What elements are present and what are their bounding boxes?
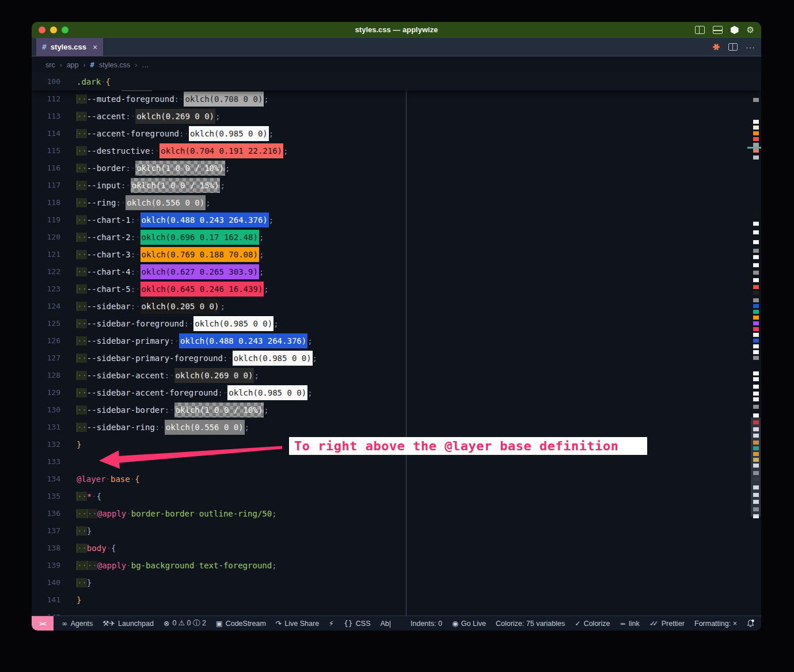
line-number: 137	[32, 522, 60, 540]
colorize-icon: ✓	[575, 619, 580, 628]
lightning-icon: ⚡	[329, 619, 334, 628]
color-swatch: oklch(0.556 0 0)	[126, 195, 206, 210]
tab-styles-css[interactable]: # styles.css ×	[36, 38, 103, 56]
code-text: ··--chart-4:·oklch(0.627 0.265 303.9);	[77, 263, 264, 280]
code-line: 120··--chart-2:·oklch(0.696 0.17 162.48)…	[32, 229, 761, 246]
code-text: ··--chart-5:·oklch(0.645 0.246 16.439);	[77, 280, 269, 298]
status-item-live-share[interactable]: ↷Live Share	[276, 619, 319, 628]
line-number: 120	[32, 229, 60, 246]
code-text: ··--sidebar-ring:·oklch(0.556 0 0);	[77, 419, 249, 436]
more-actions-icon[interactable]: ···	[746, 43, 755, 52]
code-text: ··--chart-2:·oklch(0.696 0.17 162.48);	[77, 229, 264, 246]
line-number: 117	[32, 177, 60, 194]
color-swatch: oklch(1 0 0 / 10%)	[174, 403, 264, 417]
breadcrumb-item[interactable]: src	[45, 61, 55, 69]
status-item-lightning[interactable]: ⚡	[329, 619, 334, 628]
code-line: 135··*·{	[32, 488, 761, 505]
codestream-icon: ▣	[216, 619, 223, 628]
code-line: 118··--ring:·oklch(0.556 0 0);	[32, 194, 761, 211]
color-swatch: oklch(0.985 0 0)	[193, 316, 273, 331]
status-item-agents[interactable]: ∞Agents	[62, 619, 93, 628]
code-line: 123··--chart-5:·oklch(0.645 0.246 16.439…	[32, 280, 761, 298]
code-text: ··--sidebar-border:·oklch(1 0 0 / 10%);	[77, 401, 269, 419]
color-swatch: oklch(0.269 0 0)	[174, 368, 254, 383]
code-text: }	[77, 591, 81, 609]
status-item-abl[interactable]: Ab|	[381, 620, 392, 628]
split-editor-icon[interactable]	[728, 43, 738, 51]
status-item-codestream[interactable]: ▣CodeStream	[216, 619, 266, 628]
codestream-label: CodeStream	[226, 620, 266, 628]
toggle-panel-icon[interactable]	[713, 26, 723, 34]
code-line: 116··--border:·oklch(1 0 0 / 10%);	[32, 160, 761, 177]
code-text: ··--accent:·oklch(0.269 0 0);	[77, 108, 220, 125]
link-icon: =	[620, 619, 626, 628]
extension-cube-icon[interactable]	[731, 26, 739, 34]
line-number: 130	[32, 401, 60, 419]
code-text: ··--destructive:·oklch(0.704 0.191 22.21…	[77, 142, 288, 160]
title-bar: styles.css — applywize ⚙	[32, 22, 761, 38]
line-number: 141	[32, 591, 60, 609]
code-text: ····@apply·border-border·outline-ring/50…	[77, 505, 277, 522]
status-item-language-css[interactable]: {}CSS	[344, 619, 371, 628]
status-item-go-live[interactable]: ◉Go Live	[452, 619, 486, 628]
status-item-formatting[interactable]: Formatting: ×	[694, 620, 737, 628]
prettier-icon: ✓✓	[649, 619, 659, 628]
status-item-diagnostics[interactable]: ⊗0 ⚠ 0 ⓘ 2	[164, 618, 206, 628]
code-text: ··--sidebar-foreground:·oklch(0.985 0 0)…	[77, 315, 279, 332]
line-number: 122	[32, 263, 60, 280]
color-swatch: oklch(0.985 0 0)	[233, 351, 313, 366]
agents-icon: ∞	[62, 619, 67, 628]
status-item-launchpad[interactable]: ⚒✈Launchpad	[102, 619, 154, 628]
language-css-label: CSS	[356, 620, 371, 628]
launchpad-icon: ⚒✈	[102, 619, 115, 628]
code-line: 112··--muted-foreground:·oklch(0.708 0 0…	[32, 90, 761, 108]
close-tab-icon[interactable]: ×	[93, 43, 97, 52]
code-text: ··*·{	[77, 488, 101, 505]
code-text: ··}	[77, 522, 92, 540]
code-text: ··--input:·oklch(1 0 0 / 15%);	[77, 177, 225, 194]
color-swatch: oklch(1 0 0 / 10%)	[135, 161, 225, 176]
gear-icon[interactable]: ⚙	[747, 26, 754, 35]
sticky-scroll-line: 100.dark·{	[32, 73, 761, 90]
status-item-colorize[interactable]: ✓Colorize	[575, 619, 610, 628]
css-file-icon: #	[90, 60, 95, 69]
code-editor[interactable]: 100.dark·{112··--muted-foreground:·oklch…	[32, 73, 761, 616]
color-swatch: oklch(0.696 0.17 162.48)	[140, 230, 259, 245]
code-line: 141}	[32, 591, 761, 609]
vscode-window: styles.css — applywize ⚙ # styles.css × …	[32, 22, 761, 631]
code-line: 129··--sidebar-accent-foreground:·oklch(…	[32, 384, 761, 401]
code-line: 126··--sidebar-primary:·oklch(0.488 0.24…	[32, 332, 761, 350]
status-item-prettier[interactable]: ✓✓Prettier	[649, 619, 685, 628]
breadcrumb-item[interactable]: app	[67, 61, 79, 69]
code-line: 127··--sidebar-primary-foreground:·oklch…	[32, 350, 761, 367]
annotation-box: To right above the @layer base definitio…	[289, 437, 647, 455]
color-swatch: oklch(0.205 0 0)	[140, 299, 221, 314]
color-swatch: oklch(0.985 0 0)	[189, 126, 269, 141]
bell-icon[interactable]	[747, 619, 754, 628]
breadcrumb-item[interactable]: …	[142, 61, 149, 69]
code-text: ··--accent-foreground:·oklch(0.985 0 0);	[77, 125, 273, 142]
color-swatch: oklch(0.708 0 0)	[184, 92, 264, 107]
code-text: ··--muted-foreground:·oklch(0.708 0 0);	[77, 90, 269, 108]
line-number: 139	[32, 557, 60, 574]
status-item-link[interactable]: =link	[620, 619, 640, 628]
code-line: 125··--sidebar-foreground:·oklch(0.985 0…	[32, 315, 761, 332]
diagnostics-icon: ⊗	[164, 619, 169, 628]
remote-indicator[interactable]: ><	[32, 616, 54, 631]
breadcrumb-separator: ›	[60, 61, 62, 69]
status-item-indents[interactable]: Indents: 0	[411, 620, 442, 628]
toggle-sidebar-icon[interactable]	[695, 26, 705, 34]
line-number: 119	[32, 211, 60, 229]
annotation-arrow	[92, 442, 288, 476]
status-item-colorize-count[interactable]: Colorize: 75 variables	[496, 620, 565, 628]
code-line: 119··--chart-1:·oklch(0.488 0.243 264.37…	[32, 211, 761, 229]
line-number: 113	[32, 108, 60, 125]
extension-starburst-icon[interactable]	[712, 43, 720, 51]
scrollbar-slider[interactable]	[751, 417, 761, 517]
line-number: 134	[32, 470, 60, 488]
code-line: 136····@apply·border-border·outline-ring…	[32, 505, 761, 522]
code-line: 115··--destructive:·oklch(0.704 0.191 22…	[32, 142, 761, 160]
breadcrumb-item[interactable]: styles.css	[99, 61, 130, 69]
code-line: 131··--sidebar-ring:·oklch(0.556 0 0);	[32, 419, 761, 436]
color-swatch: oklch(0.556 0 0)	[165, 420, 245, 435]
